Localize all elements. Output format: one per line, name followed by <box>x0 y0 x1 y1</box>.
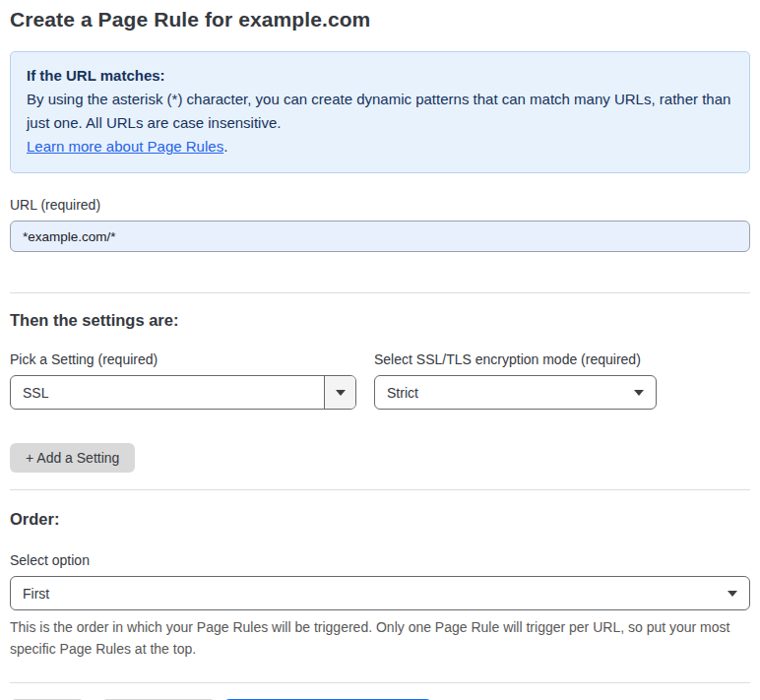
setting-select-column: Pick a Setting (required) SSL <box>10 330 374 410</box>
setting-select-value: SSL <box>11 385 324 401</box>
page-title: Create a Page Rule for example.com <box>10 8 750 32</box>
chevron-down-icon <box>324 376 355 409</box>
chevron-down-icon <box>622 390 656 396</box>
mode-select-column: Select SSL/TLS encryption mode (required… <box>374 330 750 410</box>
add-setting-button[interactable]: + Add a Setting <box>10 443 135 473</box>
settings-section-heading: Then the settings are: <box>10 311 750 330</box>
order-help-text: This is the order in which your Page Rul… <box>10 616 738 660</box>
setting-select-label: Pick a Setting (required) <box>10 351 374 367</box>
link-period: . <box>223 138 227 155</box>
order-select-value: First <box>11 586 716 602</box>
url-match-info-box: If the URL matches: By using the asteris… <box>10 51 750 173</box>
chevron-down-icon <box>716 591 749 597</box>
order-select-label: Select option <box>10 552 750 568</box>
url-input[interactable] <box>10 221 750 252</box>
section-divider <box>10 682 750 683</box>
ssl-mode-select[interactable]: Strict <box>374 375 657 410</box>
info-box-heading: If the URL matches: <box>27 64 733 88</box>
create-page-rule-form: Create a Page Rule for example.com If th… <box>0 0 760 700</box>
setting-select[interactable]: SSL <box>10 375 356 410</box>
order-section-heading: Order: <box>10 510 750 529</box>
learn-more-link[interactable]: Learn more about Page Rules <box>27 138 223 155</box>
info-box-body: By using the asterisk (*) character, you… <box>27 88 733 135</box>
settings-selects-row: Pick a Setting (required) SSL Select SSL… <box>10 330 750 410</box>
info-box-link-line: Learn more about Page Rules. <box>27 135 733 159</box>
mode-select-value: Strict <box>375 385 622 401</box>
mode-select-label: Select SSL/TLS encryption mode (required… <box>374 351 750 367</box>
section-divider <box>10 489 750 490</box>
order-select[interactable]: First <box>10 576 750 610</box>
url-field-label: URL (required) <box>10 197 750 213</box>
section-divider <box>10 292 750 293</box>
